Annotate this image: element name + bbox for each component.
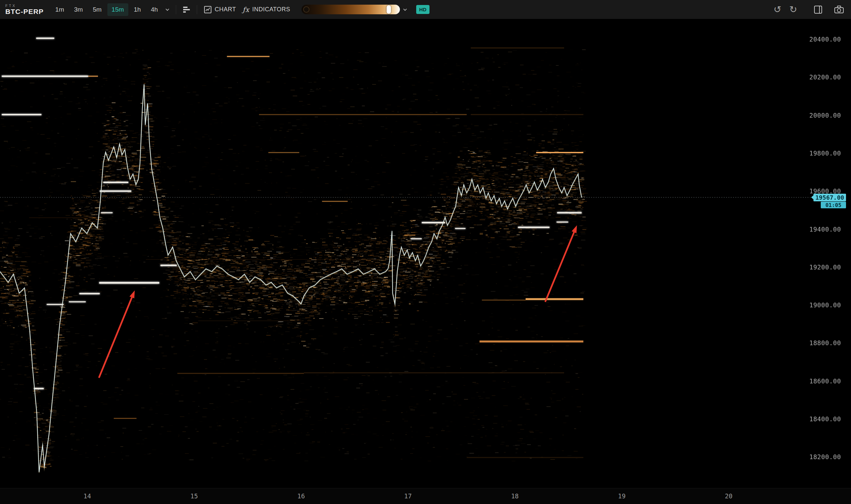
volume-profile-button[interactable] (179, 3, 193, 16)
screenshot-button[interactable] (832, 4, 846, 16)
price-axis-label: 19400.00 (809, 226, 841, 233)
chart-button-label: CHART (215, 6, 236, 13)
current-price-tag: 19567.00 (813, 194, 846, 201)
price-axis-label: 20400.00 (809, 36, 841, 43)
symbol-selector[interactable]: FTX BTC-PERP (5, 4, 43, 16)
price-axis-label: 20000.00 (809, 112, 841, 119)
candle-countdown-tag: 01:05 (821, 202, 846, 208)
chevron-down-icon (165, 7, 170, 12)
price-axis[interactable]: 20400.0020200.0020000.0019800.0019600.00… (808, 19, 851, 488)
time-axis-label: 15 (191, 492, 198, 500)
undo-button[interactable]: ↺ (773, 4, 782, 15)
price-axis-label: 18400.00 (809, 415, 841, 422)
price-axis-label: 18200.00 (809, 453, 841, 461)
camera-icon (834, 6, 844, 14)
timeframe-1h-button[interactable]: 1h (130, 3, 145, 16)
timeframe-3m-button[interactable]: 3m (70, 3, 87, 16)
time-axis-label: 16 (297, 492, 305, 500)
chart-button[interactable]: CHART (200, 4, 240, 16)
volume-profile-icon (182, 5, 191, 14)
time-axis-label: 14 (84, 492, 91, 500)
price-axis-label: 18600.00 (809, 377, 841, 385)
timeframe-5m-button[interactable]: 5m (88, 3, 106, 16)
candle-countdown-value: 01:05 (826, 202, 841, 208)
exchange-label: FTX (5, 4, 43, 7)
price-axis-label: 20200.00 (809, 73, 841, 81)
gradient-handle[interactable] (387, 5, 391, 14)
chevron-down-icon (403, 7, 408, 12)
layout-button[interactable] (811, 3, 825, 16)
timeframe-group: 1m3m5m15m1h4h (51, 3, 162, 16)
current-price-value: 19567.00 (815, 194, 844, 201)
indicators-button[interactable]: ƒx INDICATORS (240, 4, 294, 16)
gradient-min-knob[interactable] (303, 6, 309, 13)
time-axis-label: 17 (404, 492, 412, 500)
timeframe-dropdown-button[interactable] (162, 5, 173, 14)
gradient-dropdown-button[interactable] (400, 5, 410, 14)
timeframe-1m-button[interactable]: 1m (51, 3, 68, 16)
layout-icon (814, 5, 822, 14)
symbol-label: BTC-PERP (5, 7, 43, 16)
price-axis-label: 18800.00 (809, 339, 841, 346)
toolbar-divider (197, 5, 197, 14)
time-axis-label: 20 (725, 492, 733, 500)
hd-toggle[interactable]: HD (416, 5, 429, 14)
price-axis-label: 19800.00 (809, 149, 841, 157)
time-axis[interactable]: 14151617181920 (0, 488, 851, 504)
indicators-button-label: INDICATORS (252, 6, 290, 13)
heatmap-canvas[interactable] (0, 19, 851, 488)
price-axis-label: 19000.00 (809, 301, 841, 309)
chart-area[interactable]: 20400.0020200.0020000.0019800.0019600.00… (0, 19, 851, 488)
gradient-pill[interactable] (302, 5, 400, 14)
toolbar: FTX BTC-PERP 1m3m5m15m1h4h (0, 0, 851, 19)
price-axis-label: 19200.00 (809, 264, 841, 271)
time-axis-label: 19 (618, 492, 626, 500)
fx-icon: ƒx (243, 6, 249, 14)
heatmap-gradient-slider[interactable] (302, 5, 400, 14)
timeframe-15m-button[interactable]: 15m (107, 3, 128, 16)
toolbar-divider (176, 5, 176, 14)
trading-app: FTX BTC-PERP 1m3m5m15m1h4h (0, 0, 851, 504)
timeframe-4h-button[interactable]: 4h (147, 3, 162, 16)
redo-button[interactable]: ↻ (789, 4, 798, 15)
time-axis-label: 18 (511, 492, 518, 500)
toolbar-right-group: ↺ ↻ (773, 0, 846, 19)
chart-icon (204, 6, 212, 14)
